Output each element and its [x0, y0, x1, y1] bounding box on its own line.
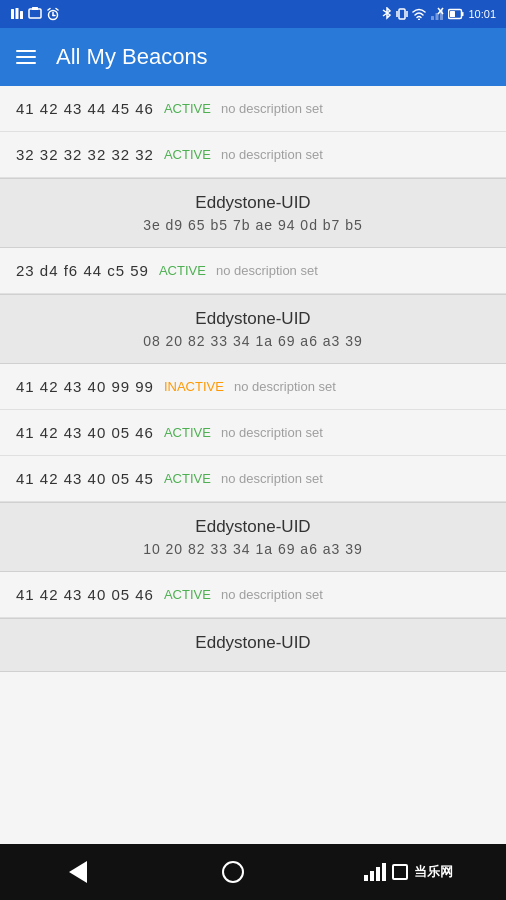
home-icon	[222, 861, 244, 883]
svg-rect-15	[436, 13, 439, 20]
status-badge: ACTIVE	[164, 425, 211, 440]
svg-rect-1	[16, 8, 19, 19]
signal-icon	[364, 863, 386, 881]
battery-icon	[448, 8, 464, 20]
eddystone-card[interactable]: Eddystone-UID	[0, 618, 506, 672]
status-badge: ACTIVE	[164, 147, 211, 162]
beacon-hex: 41 42 43 40 05 45	[16, 470, 154, 487]
beacon-hex: 41 42 43 40 05 46	[16, 424, 154, 441]
svg-rect-2	[20, 11, 23, 19]
signal-off-icon	[430, 7, 444, 21]
status-icons-right: 10:01	[382, 7, 496, 21]
wifi-icon	[412, 8, 426, 20]
status-badge: ACTIVE	[159, 263, 206, 278]
status-badge: ACTIVE	[164, 101, 211, 116]
notification-icon	[10, 7, 24, 21]
eddystone-title: Eddystone-UID	[16, 193, 490, 213]
svg-rect-0	[11, 9, 14, 19]
status-icons-left	[10, 7, 60, 21]
beacon-hex: 41 42 43 40 99 99	[16, 378, 154, 395]
status-bar: 10:01	[0, 0, 506, 28]
beacon-description: no description set	[221, 425, 323, 440]
beacon-hex: 23 d4 f6 44 c5 59	[16, 262, 149, 279]
eddystone-title: Eddystone-UID	[16, 633, 490, 653]
beacon-row[interactable]: 41 42 43 40 05 46 ACTIVE no description …	[0, 410, 506, 456]
eddystone-card[interactable]: Eddystone-UID 08 20 82 33 34 1a 69 a6 a3…	[0, 294, 506, 364]
recents-area[interactable]: 当乐网	[364, 863, 453, 881]
svg-rect-10	[399, 9, 405, 19]
eddystone-title: Eddystone-UID	[16, 309, 490, 329]
beacon-description: no description set	[221, 101, 323, 116]
status-badge: ACTIVE	[164, 471, 211, 486]
status-badge: ACTIVE	[164, 587, 211, 602]
svg-rect-21	[462, 12, 464, 16]
svg-rect-4	[32, 7, 38, 10]
recents-icon	[392, 864, 408, 880]
beacon-hex: 41 42 43 44 45 46	[16, 100, 154, 117]
eddystone-uid: 08 20 82 33 34 1a 69 a6 a3 39	[16, 333, 490, 349]
beacon-hex: 41 42 43 40 05 46	[16, 586, 154, 603]
svg-rect-20	[450, 11, 455, 17]
status-time: 10:01	[468, 8, 496, 20]
svg-line-9	[56, 9, 58, 11]
beacon-description: no description set	[221, 147, 323, 162]
eddystone-card[interactable]: Eddystone-UID 10 20 82 33 34 1a 69 a6 a3…	[0, 502, 506, 572]
page-title: All My Beacons	[56, 44, 208, 70]
beacon-description: no description set	[216, 263, 318, 278]
eddystone-card[interactable]: Eddystone-UID 3e d9 65 b5 7b ae 94 0d b7…	[0, 178, 506, 248]
app-bar: All My Beacons	[0, 28, 506, 86]
svg-rect-14	[431, 16, 434, 20]
screenshot-icon	[28, 7, 42, 21]
beacon-row[interactable]: 23 d4 f6 44 c5 59 ACTIVE no description …	[0, 248, 506, 294]
home-button[interactable]	[208, 852, 258, 892]
beacon-description: no description set	[221, 587, 323, 602]
vibrate-icon	[396, 7, 408, 21]
beacon-row[interactable]: 41 42 43 44 45 46 ACTIVE no description …	[0, 86, 506, 132]
beacon-row[interactable]: 41 42 43 40 99 99 INACTIVE no descriptio…	[0, 364, 506, 410]
svg-point-13	[418, 19, 420, 21]
beacon-row[interactable]: 41 42 43 40 05 45 ACTIVE no description …	[0, 456, 506, 502]
logo-text: 当乐网	[414, 863, 453, 881]
alarm-icon	[46, 7, 60, 21]
beacon-row[interactable]: 41 42 43 40 05 46 ACTIVE no description …	[0, 572, 506, 618]
back-button[interactable]	[53, 852, 103, 892]
beacon-hex: 32 32 32 32 32 32	[16, 146, 154, 163]
back-icon	[69, 861, 87, 883]
status-badge: INACTIVE	[164, 379, 224, 394]
eddystone-uid: 10 20 82 33 34 1a 69 a6 a3 39	[16, 541, 490, 557]
bluetooth-icon	[382, 7, 392, 21]
menu-button[interactable]	[16, 50, 36, 64]
svg-rect-3	[29, 9, 41, 18]
beacon-list[interactable]: 41 42 43 44 45 46 ACTIVE no description …	[0, 86, 506, 844]
eddystone-uid: 3e d9 65 b5 7b ae 94 0d b7 b5	[16, 217, 490, 233]
beacon-description: no description set	[221, 471, 323, 486]
svg-line-8	[48, 9, 50, 11]
beacon-row[interactable]: 32 32 32 32 32 32 ACTIVE no description …	[0, 132, 506, 178]
bottom-navigation: 当乐网	[0, 844, 506, 900]
eddystone-title: Eddystone-UID	[16, 517, 490, 537]
beacon-description: no description set	[234, 379, 336, 394]
